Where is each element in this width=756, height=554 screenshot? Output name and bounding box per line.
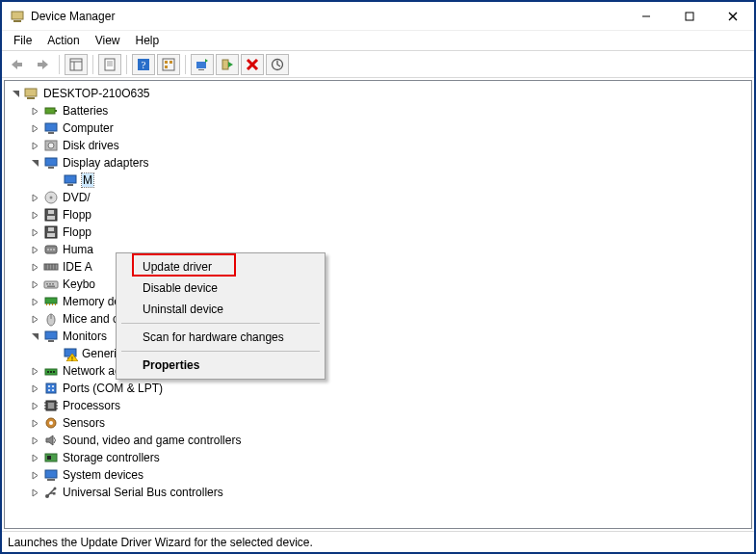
tree-device[interactable]: M (45, 171, 749, 189)
monitor-icon (43, 155, 59, 171)
svg-rect-19 (169, 61, 172, 64)
svg-rect-23 (222, 60, 228, 69)
ctx-update-driver[interactable]: Update driver (119, 256, 322, 277)
properties-button[interactable] (98, 54, 121, 75)
tree-category[interactable]: Display adapters (26, 154, 749, 171)
tree-category[interactable]: Batteries (26, 102, 749, 119)
ctx-disable-device[interactable]: Disable device (119, 277, 322, 299)
disc-icon (43, 190, 59, 205)
system-icon (43, 467, 59, 483)
memory-icon (43, 294, 59, 309)
svg-rect-22 (198, 69, 204, 70)
ctx-scan-hardware[interactable]: Scan for hardware changes (119, 327, 322, 348)
svg-point-81 (52, 389, 54, 391)
menu-file[interactable]: File (6, 32, 39, 49)
toolbar: ? (2, 51, 754, 78)
expand-icon[interactable] (28, 243, 41, 256)
expand-icon[interactable] (28, 468, 41, 482)
port-icon (43, 381, 59, 396)
expand-icon[interactable] (28, 277, 41, 291)
svg-rect-27 (25, 89, 37, 96)
tree-category-label: Ports (COM & LPT) (63, 382, 163, 395)
menu-help[interactable]: Help (128, 32, 168, 49)
tree-category-label: Disk drives (63, 139, 119, 152)
tree-device-label: M (82, 173, 93, 187)
tree-category-label: Flopp (63, 208, 91, 222)
expand-icon[interactable] (28, 312, 41, 326)
floppy-icon (43, 207, 59, 223)
ctx-properties[interactable]: Properties (119, 355, 322, 376)
enable-device-button[interactable] (216, 54, 239, 75)
device-tree[interactable]: DESKTOP-210O635BatteriesComputerDisk dri… (4, 80, 752, 529)
close-button[interactable] (711, 2, 754, 30)
tree-category[interactable]: Processors (26, 397, 749, 414)
expand-icon[interactable] (28, 295, 41, 308)
tree-category[interactable]: Computer (26, 119, 749, 137)
svg-rect-32 (48, 132, 54, 134)
uninstall-device-button[interactable] (241, 54, 264, 75)
tree-root-node[interactable]: DESKTOP-210O635 (7, 85, 749, 102)
menu-view[interactable]: View (88, 32, 128, 49)
svg-rect-68 (45, 331, 57, 339)
disk-icon (43, 138, 59, 153)
toolbar-separator (92, 55, 93, 74)
tree-category[interactable]: Sound, video and game controllers (26, 432, 749, 449)
network-icon (43, 363, 59, 379)
collapse-icon[interactable] (28, 156, 41, 170)
expand-icon[interactable] (28, 260, 41, 274)
titlebar: Device Manager (2, 2, 754, 31)
svg-rect-1 (13, 20, 21, 22)
help-button[interactable]: ? (132, 54, 155, 75)
svg-rect-17 (163, 59, 174, 70)
scan-hardware-button[interactable] (266, 54, 289, 75)
expand-icon[interactable] (28, 104, 41, 118)
expand-icon[interactable] (28, 208, 41, 222)
tree-category[interactable]: Disk drives (26, 137, 749, 154)
svg-rect-45 (48, 227, 54, 231)
collapse-icon[interactable] (9, 87, 22, 100)
action-button[interactable] (157, 54, 180, 75)
expand-icon[interactable] (28, 486, 41, 499)
tree-category[interactable]: Universal Serial Bus controllers (26, 484, 749, 501)
expand-icon[interactable] (28, 399, 41, 412)
expand-icon[interactable] (28, 191, 41, 204)
menu-action[interactable]: Action (39, 32, 87, 49)
svg-rect-63 (49, 303, 50, 305)
expand-icon[interactable] (28, 451, 41, 464)
svg-rect-59 (52, 283, 54, 285)
update-driver-button[interactable] (191, 54, 214, 75)
expand-icon[interactable] (28, 416, 41, 430)
collapse-icon[interactable] (28, 330, 41, 343)
ctx-item-label: Disable device (143, 281, 218, 295)
svg-rect-30 (55, 110, 57, 112)
tree-category[interactable]: Ports (COM & LPT) (26, 380, 749, 397)
tree-category-label: Sound, video and game controllers (63, 434, 241, 447)
expand-icon[interactable] (28, 382, 41, 395)
svg-rect-57 (46, 283, 48, 285)
expand-icon[interactable] (28, 225, 41, 239)
maximize-button[interactable] (667, 2, 711, 30)
svg-rect-18 (165, 61, 168, 64)
expand-icon[interactable] (28, 121, 41, 135)
monitor-warn-icon: ! (63, 346, 78, 361)
svg-rect-69 (48, 340, 54, 342)
tree-category[interactable]: System devices (26, 466, 749, 484)
svg-rect-83 (48, 403, 54, 409)
tree-category-label: Processors (63, 399, 120, 412)
ctx-uninstall-device[interactable]: Uninstall device (119, 299, 322, 320)
show-hide-tree-button[interactable] (65, 54, 88, 75)
tree-category[interactable]: DVD/ (26, 189, 749, 206)
tree-category[interactable]: Storage controllers (26, 449, 749, 466)
tree-category[interactable]: Flopp (26, 206, 749, 224)
tree-category[interactable]: Flopp (26, 224, 749, 241)
forward-button[interactable] (31, 54, 54, 75)
tree-category[interactable]: Sensors (26, 414, 749, 432)
tree-category-label: Flopp (63, 225, 91, 239)
expand-icon[interactable] (28, 139, 41, 152)
svg-rect-6 (16, 63, 22, 66)
svg-rect-43 (47, 216, 55, 220)
expand-icon[interactable] (28, 434, 41, 447)
back-button[interactable] (6, 54, 29, 75)
minimize-button[interactable] (624, 2, 667, 30)
expand-icon[interactable] (28, 364, 41, 378)
